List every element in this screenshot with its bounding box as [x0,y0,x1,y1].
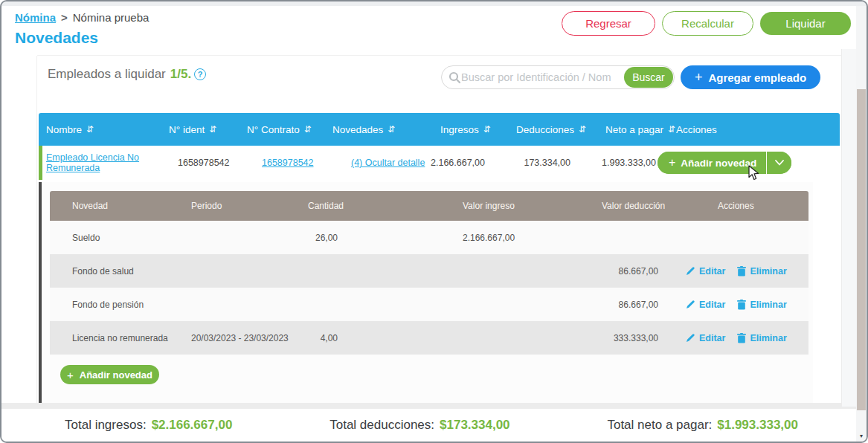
detail-column-cantidad: Cantidad [306,201,463,211]
add-employee-button[interactable]: + Agregar empleado [681,65,820,89]
employee-net: 1.993.333,00 [570,158,656,168]
edit-link[interactable]: Editar [686,266,725,277]
employee-name-link[interactable]: Empleado Licencia No Remunerada [42,152,169,173]
pencil-icon [686,333,695,343]
employees-table: Nombre ⇵ N° ident ⇵ N° Contrato ⇵ Noveda… [39,113,840,180]
trash-icon [737,333,746,343]
novelty-detail-panel: Novedad Periodo Cantidad Valor ingreso V… [39,182,813,403]
column-header-deducciones[interactable]: Deducciones ⇵ [516,124,605,135]
detail-column-valor-ingreso: Valor ingreso [463,201,602,211]
regresar-button[interactable]: Regresar [562,11,655,36]
employee-income: 2.166.667,00 [425,158,485,168]
recalcular-button[interactable]: Recalcular [662,11,753,36]
detail-column-valor-deduccion: Valor deducción [602,201,675,211]
sort-icon: ⇵ [86,124,94,135]
pencil-icon [686,300,695,309]
employees-to-liquidate-label: Empleados a liquidar [48,67,166,82]
breadcrumb: Nómina > Nómina prueba [15,11,149,24]
footer-divider [1,403,856,409]
sort-icon: ⇵ [483,124,491,135]
sort-icon: ⇵ [579,124,586,135]
novelty-row-licencia: Licencia no remunerada 20/03/2023 - 23/0… [50,321,808,355]
delete-link[interactable]: Eliminar [737,266,786,277]
column-header-neto[interactable]: Neto a pagar ⇵ [605,124,676,135]
novelty-table: Novedad Periodo Cantidad Valor ingreso V… [50,191,808,355]
employees-table-header: Nombre ⇵ N° ident ⇵ N° Contrato ⇵ Noveda… [39,113,840,146]
sort-icon: ⇵ [388,124,395,135]
add-novelty-split-button: + Añadir novedad [658,152,791,174]
add-employee-label: Agregar empleado [708,71,806,84]
add-novelty-button-bottom[interactable]: + Añadir novedad [60,365,159,384]
column-header-nombre[interactable]: Nombre ⇵ [39,124,169,135]
pencil-icon [686,266,695,276]
right-gutter [841,49,856,407]
chevron-down-icon [775,160,784,166]
search-icon [449,71,461,84]
add-novelty-dropdown-toggle[interactable] [766,152,791,174]
employee-deductions: 173.334,00 [485,158,570,168]
column-header-contrato[interactable]: N° Contrato ⇵ [247,124,332,135]
sort-icon: ⇵ [304,124,312,135]
plus-icon: + [67,369,74,381]
column-header-ident[interactable]: N° ident ⇵ [169,124,247,135]
column-header-ingresos[interactable]: Ingresos ⇵ [440,124,516,135]
detail-column-periodo: Periodo [191,201,306,211]
add-novelty-button[interactable]: + Añadir novedad [658,152,766,174]
employee-contract-link[interactable]: 1658978542 [254,158,344,168]
total-neto-a-pagar: Total neto a pagar: $1.993.333,00 [607,418,798,433]
novelty-row-fondo-salud: Fondo de salud 86.667,00 Editar [50,254,808,288]
section-title: Empleados a liquidar 1/5. ? [48,67,206,82]
help-icon[interactable]: ? [194,68,206,80]
novelty-row-fondo-pension: Fondo de pensión 86.667,00 Editar [50,288,808,321]
totals-bar: Total ingresos: $2.166.667,00 Total dedu… [1,409,856,442]
employee-row-actions: + Añadir novedad [656,152,840,174]
edit-link[interactable]: Editar [686,300,725,310]
page-title: Novedades [15,29,98,47]
plus-icon: + [695,71,703,84]
app-window: Nómina > Nómina prueba Novedades Regresa… [0,0,868,443]
hide-detail-link[interactable]: (4) Ocultar detalle [344,158,425,168]
detail-column-novedad: Novedad [50,201,191,211]
breadcrumb-current: Nómina prueba [73,11,150,24]
search-box: Buscar [441,65,675,89]
employee-ident: 1658978542 [169,158,254,168]
employees-count: 1/5. [170,67,191,82]
total-deducciones: Total deducciones: $173.334,00 [329,418,509,433]
novelty-table-header: Novedad Periodo Cantidad Valor ingreso V… [50,191,808,221]
edit-link[interactable]: Editar [686,333,725,343]
column-header-novedades[interactable]: Novedades ⇵ [332,124,440,135]
breadcrumb-chevron-icon: > [61,11,68,24]
total-ingresos: Total ingresos: $2.166.667,00 [65,418,232,433]
delete-link[interactable]: Eliminar [737,300,786,310]
scroll-down-arrow-icon[interactable]: ▾ [856,433,867,439]
trash-icon [737,266,746,277]
trash-icon [737,300,746,310]
scrollbar-thumb[interactable] [857,89,866,410]
liquidar-button[interactable]: Liquidar [760,12,851,35]
buscar-button[interactable]: Buscar [624,67,673,88]
column-header-acciones: Acciones [676,124,840,135]
novelty-row-sueldo: Sueldo 26,00 2.166.667,00 [50,221,808,254]
add-novelty-label: Añadir novedad [80,369,152,381]
employee-row: Empleado Licencia No Remunerada 16589785… [39,146,840,180]
window-top-edge [1,1,867,6]
vertical-scrollbar[interactable]: ▾ [856,6,867,442]
sort-icon: ⇵ [209,124,216,135]
breadcrumb-link-nomina[interactable]: Nómina [15,11,56,24]
plus-icon: + [669,156,675,169]
delete-link[interactable]: Eliminar [737,333,786,343]
add-novelty-label: Añadir novedad [681,158,756,169]
sort-icon: ⇵ [668,124,675,135]
detail-column-acciones: Acciones [675,201,808,211]
header-actions: Regresar Recalcular Liquidar [562,11,851,36]
